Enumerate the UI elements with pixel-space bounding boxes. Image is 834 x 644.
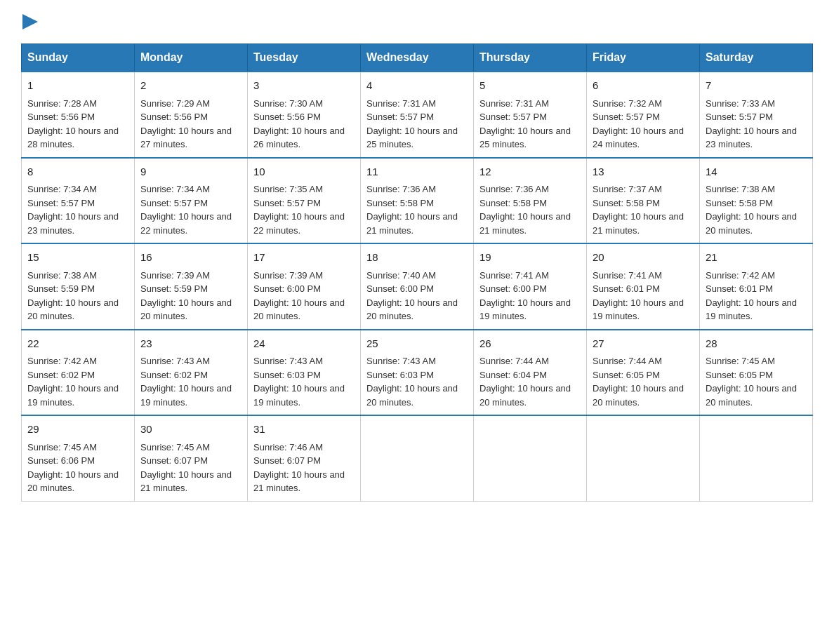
calendar-day-cell: 16 Sunrise: 7:39 AMSunset: 5:59 PMDaylig…: [135, 243, 248, 330]
logo: [21, 14, 38, 29]
day-info: Sunrise: 7:34 AMSunset: 5:57 PMDaylight:…: [27, 184, 119, 236]
day-info: Sunrise: 7:44 AMSunset: 6:05 PMDaylight:…: [593, 356, 684, 408]
day-number: 4: [366, 78, 468, 94]
day-info: Sunrise: 7:46 AMSunset: 6:07 PMDaylight:…: [253, 442, 345, 494]
calendar-day-cell: [587, 415, 700, 501]
day-info: Sunrise: 7:41 AMSunset: 6:01 PMDaylight:…: [593, 270, 684, 322]
calendar-day-cell: 1 Sunrise: 7:28 AMSunset: 5:56 PMDayligh…: [22, 72, 135, 158]
day-info: Sunrise: 7:36 AMSunset: 5:58 PMDaylight:…: [479, 184, 571, 236]
calendar-day-cell: 20 Sunrise: 7:41 AMSunset: 6:01 PMDaylig…: [587, 243, 700, 330]
day-number: 16: [140, 250, 241, 266]
day-number: 17: [253, 250, 355, 266]
calendar-day-cell: 4 Sunrise: 7:31 AMSunset: 5:57 PMDayligh…: [361, 72, 474, 158]
calendar-day-cell: [361, 415, 474, 501]
calendar-day-cell: 25 Sunrise: 7:43 AMSunset: 6:03 PMDaylig…: [361, 330, 474, 416]
day-info: Sunrise: 7:38 AMSunset: 5:58 PMDaylight:…: [706, 184, 797, 236]
calendar-day-cell: [700, 415, 813, 501]
day-number: 18: [366, 250, 468, 266]
calendar-week-row: 1 Sunrise: 7:28 AMSunset: 5:56 PMDayligh…: [22, 72, 813, 158]
calendar-day-cell: 17 Sunrise: 7:39 AMSunset: 6:00 PMDaylig…: [248, 243, 361, 330]
calendar-day-cell: 22 Sunrise: 7:42 AMSunset: 6:02 PMDaylig…: [22, 330, 135, 416]
day-number: 7: [706, 78, 807, 94]
day-info: Sunrise: 7:28 AMSunset: 5:56 PMDaylight:…: [27, 98, 119, 150]
day-info: Sunrise: 7:43 AMSunset: 6:03 PMDaylight:…: [253, 356, 345, 408]
day-of-week-header: Wednesday: [361, 44, 474, 72]
day-info: Sunrise: 7:30 AMSunset: 5:56 PMDaylight:…: [253, 98, 345, 150]
day-number: 28: [706, 336, 807, 352]
calendar-week-row: 29 Sunrise: 7:45 AMSunset: 6:06 PMDaylig…: [22, 415, 813, 501]
day-of-week-header: Tuesday: [248, 44, 361, 72]
day-number: 22: [27, 336, 128, 352]
day-number: 3: [253, 78, 355, 94]
day-info: Sunrise: 7:41 AMSunset: 6:00 PMDaylight:…: [479, 270, 571, 322]
day-info: Sunrise: 7:42 AMSunset: 6:01 PMDaylight:…: [706, 270, 797, 322]
calendar-day-cell: 31 Sunrise: 7:46 AMSunset: 6:07 PMDaylig…: [248, 415, 361, 501]
day-number: 21: [706, 250, 807, 266]
day-info: Sunrise: 7:32 AMSunset: 5:57 PMDaylight:…: [593, 98, 684, 150]
day-of-week-header: Monday: [135, 44, 248, 72]
day-of-week-header: Thursday: [474, 44, 587, 72]
calendar-day-cell: 21 Sunrise: 7:42 AMSunset: 6:01 PMDaylig…: [700, 243, 813, 330]
day-number: 29: [27, 422, 128, 438]
day-number: 12: [479, 164, 581, 180]
calendar-day-cell: 14 Sunrise: 7:38 AMSunset: 5:58 PMDaylig…: [700, 158, 813, 244]
day-info: Sunrise: 7:39 AMSunset: 5:59 PMDaylight:…: [140, 270, 232, 322]
calendar-day-cell: 11 Sunrise: 7:36 AMSunset: 5:58 PMDaylig…: [361, 158, 474, 244]
day-number: 15: [27, 250, 128, 266]
day-of-week-header: Saturday: [700, 44, 813, 72]
day-info: Sunrise: 7:45 AMSunset: 6:07 PMDaylight:…: [140, 442, 232, 494]
calendar-day-cell: 28 Sunrise: 7:45 AMSunset: 6:05 PMDaylig…: [700, 330, 813, 416]
calendar-day-cell: 29 Sunrise: 7:45 AMSunset: 6:06 PMDaylig…: [22, 415, 135, 501]
day-number: 14: [706, 164, 807, 180]
calendar-day-cell: 26 Sunrise: 7:44 AMSunset: 6:04 PMDaylig…: [474, 330, 587, 416]
day-info: Sunrise: 7:35 AMSunset: 5:57 PMDaylight:…: [253, 184, 345, 236]
day-info: Sunrise: 7:31 AMSunset: 5:57 PMDaylight:…: [479, 98, 571, 150]
day-number: 13: [593, 164, 694, 180]
calendar-day-cell: 19 Sunrise: 7:41 AMSunset: 6:00 PMDaylig…: [474, 243, 587, 330]
day-number: 1: [27, 78, 128, 94]
day-info: Sunrise: 7:37 AMSunset: 5:58 PMDaylight:…: [593, 184, 684, 236]
day-number: 8: [27, 164, 128, 180]
day-number: 26: [479, 336, 581, 352]
calendar-day-cell: 3 Sunrise: 7:30 AMSunset: 5:56 PMDayligh…: [248, 72, 361, 158]
page-header: [21, 14, 813, 29]
calendar-day-cell: 18 Sunrise: 7:40 AMSunset: 6:00 PMDaylig…: [361, 243, 474, 330]
day-number: 31: [253, 422, 355, 438]
day-info: Sunrise: 7:33 AMSunset: 5:57 PMDaylight:…: [706, 98, 797, 150]
day-info: Sunrise: 7:45 AMSunset: 6:05 PMDaylight:…: [706, 356, 797, 408]
calendar-day-cell: 15 Sunrise: 7:38 AMSunset: 5:59 PMDaylig…: [22, 243, 135, 330]
calendar-day-cell: 30 Sunrise: 7:45 AMSunset: 6:07 PMDaylig…: [135, 415, 248, 501]
day-info: Sunrise: 7:36 AMSunset: 5:58 PMDaylight:…: [366, 184, 458, 236]
calendar-day-cell: [474, 415, 587, 501]
day-number: 6: [593, 78, 694, 94]
day-number: 27: [593, 336, 694, 352]
calendar-week-row: 22 Sunrise: 7:42 AMSunset: 6:02 PMDaylig…: [22, 330, 813, 416]
day-info: Sunrise: 7:39 AMSunset: 6:00 PMDaylight:…: [253, 270, 345, 322]
day-info: Sunrise: 7:34 AMSunset: 5:57 PMDaylight:…: [140, 184, 232, 236]
calendar-day-cell: 6 Sunrise: 7:32 AMSunset: 5:57 PMDayligh…: [587, 72, 700, 158]
calendar-day-cell: 7 Sunrise: 7:33 AMSunset: 5:57 PMDayligh…: [700, 72, 813, 158]
calendar-week-row: 15 Sunrise: 7:38 AMSunset: 5:59 PMDaylig…: [22, 243, 813, 330]
day-number: 11: [366, 164, 468, 180]
day-number: 5: [479, 78, 581, 94]
day-number: 23: [140, 336, 241, 352]
calendar-day-cell: 8 Sunrise: 7:34 AMSunset: 5:57 PMDayligh…: [22, 158, 135, 244]
calendar-day-cell: 2 Sunrise: 7:29 AMSunset: 5:56 PMDayligh…: [135, 72, 248, 158]
day-number: 20: [593, 250, 694, 266]
calendar-day-cell: 27 Sunrise: 7:44 AMSunset: 6:05 PMDaylig…: [587, 330, 700, 416]
logo-arrow-icon: [22, 14, 38, 29]
day-number: 2: [140, 78, 241, 94]
day-info: Sunrise: 7:31 AMSunset: 5:57 PMDaylight:…: [366, 98, 458, 150]
day-of-week-header: Sunday: [22, 44, 135, 72]
calendar-day-cell: 5 Sunrise: 7:31 AMSunset: 5:57 PMDayligh…: [474, 72, 587, 158]
day-of-week-header: Friday: [587, 44, 700, 72]
day-info: Sunrise: 7:43 AMSunset: 6:02 PMDaylight:…: [140, 356, 232, 408]
day-info: Sunrise: 7:44 AMSunset: 6:04 PMDaylight:…: [479, 356, 571, 408]
svg-marker-0: [22, 14, 38, 29]
calendar-week-row: 8 Sunrise: 7:34 AMSunset: 5:57 PMDayligh…: [22, 158, 813, 244]
calendar-day-cell: 24 Sunrise: 7:43 AMSunset: 6:03 PMDaylig…: [248, 330, 361, 416]
calendar-day-cell: 12 Sunrise: 7:36 AMSunset: 5:58 PMDaylig…: [474, 158, 587, 244]
day-number: 25: [366, 336, 468, 352]
day-info: Sunrise: 7:40 AMSunset: 6:00 PMDaylight:…: [366, 270, 458, 322]
calendar-day-cell: 10 Sunrise: 7:35 AMSunset: 5:57 PMDaylig…: [248, 158, 361, 244]
